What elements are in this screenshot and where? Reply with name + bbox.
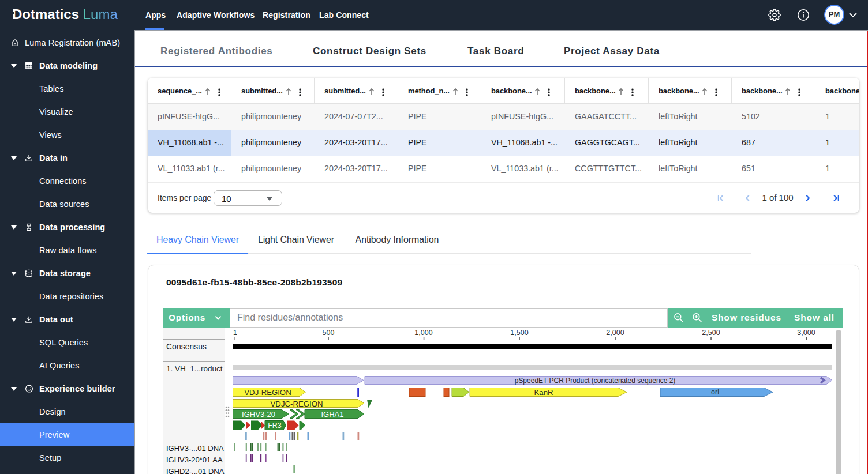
svg-text:VDJ-REGION: VDJ-REGION (244, 388, 291, 397)
svg-text:IGHV3-20: IGHV3-20 (242, 410, 275, 419)
svg-text:2,000: 2,000 (606, 329, 624, 337)
svg-text:VDJC-REGION: VDJC-REGION (271, 400, 323, 408)
svg-text:1,500: 1,500 (510, 329, 528, 337)
svg-text:2,500: 2,500 (702, 329, 720, 337)
svg-text:3,000: 3,000 (797, 329, 815, 337)
svg-text:500: 500 (323, 329, 335, 337)
svg-text:IGHA1: IGHA1 (321, 410, 343, 419)
svg-text:1: 1 (233, 329, 237, 337)
svg-text:FR3: FR3 (268, 422, 282, 430)
svg-text:1,000: 1,000 (414, 329, 432, 337)
svg-text:KanR: KanR (534, 388, 553, 397)
svg-text:pSpeedET PCR Product (concaten: pSpeedET PCR Product (concatenated seque… (515, 377, 676, 385)
svg-text:ori: ori (711, 388, 719, 396)
